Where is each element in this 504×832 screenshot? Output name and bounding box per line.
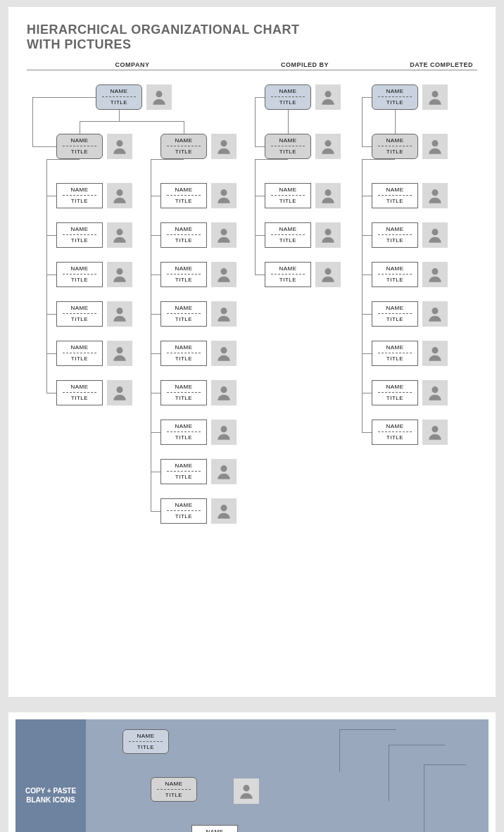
palette-body: NAMETITLENAMETITLENAMETITLE bbox=[86, 719, 489, 832]
svg-point-0 bbox=[156, 91, 162, 97]
connector-line bbox=[151, 393, 160, 393]
svg-point-22 bbox=[325, 268, 331, 275]
org-card: NAMETITLE bbox=[160, 183, 207, 208]
org-node: NAMETITLE bbox=[151, 777, 197, 802]
svg-point-23 bbox=[431, 91, 438, 97]
node-title: TITLE bbox=[161, 395, 206, 401]
svg-point-5 bbox=[116, 308, 122, 314]
node-title: TITLE bbox=[265, 237, 310, 244]
org-node: NAMETITLE bbox=[372, 183, 448, 208]
org-node: NAMETITLE bbox=[160, 459, 237, 484]
org-node: NAMETITLE bbox=[191, 825, 238, 832]
org-card: NAMETITLE bbox=[372, 183, 418, 208]
avatar-placeholder-icon bbox=[422, 222, 448, 248]
connector-line bbox=[151, 235, 160, 236]
avatar-placeholder-icon bbox=[234, 779, 259, 804]
connector-line bbox=[255, 235, 265, 236]
node-title: TITLE bbox=[161, 434, 206, 441]
org-card: NAMETITLE bbox=[56, 183, 103, 208]
svg-point-18 bbox=[325, 91, 331, 97]
connector-line bbox=[151, 511, 160, 512]
connector-line bbox=[255, 275, 265, 275]
node-title: TITLE bbox=[372, 149, 417, 155]
org-node: NAMETITLE bbox=[96, 84, 172, 110]
node-name: NAME bbox=[372, 423, 417, 429]
org-card: NAMETITLE bbox=[160, 222, 207, 248]
avatar-placeholder-icon bbox=[211, 301, 237, 327]
connector-line bbox=[46, 159, 47, 393]
org-node: NAMETITLE bbox=[56, 341, 132, 366]
avatar-placeholder-icon bbox=[422, 420, 448, 445]
header-company: COMPANY bbox=[27, 61, 238, 68]
avatar-placeholder-icon bbox=[422, 84, 448, 110]
node-name: NAME bbox=[161, 137, 206, 144]
org-card: NAMETITLE bbox=[56, 262, 103, 287]
connector-line bbox=[362, 235, 372, 236]
avatar-placeholder-icon bbox=[315, 134, 341, 159]
svg-point-27 bbox=[431, 268, 438, 275]
avatar-placeholder-icon bbox=[422, 183, 448, 208]
header-compiled-by: COMPILED BY bbox=[238, 61, 372, 68]
org-node: NAMETITLE bbox=[56, 134, 132, 159]
svg-point-9 bbox=[220, 189, 227, 196]
connector-line bbox=[46, 393, 56, 393]
avatar-placeholder-icon bbox=[422, 134, 448, 159]
connector-line bbox=[151, 432, 160, 433]
node-title: TITLE bbox=[372, 316, 417, 322]
connector-line bbox=[80, 121, 184, 122]
connector-line bbox=[255, 97, 256, 146]
svg-point-24 bbox=[431, 140, 438, 146]
connector-line bbox=[362, 146, 372, 147]
svg-point-11 bbox=[220, 268, 227, 275]
node-name: NAME bbox=[57, 187, 102, 193]
connector-line bbox=[362, 314, 372, 315]
avatar-placeholder-icon bbox=[211, 183, 237, 208]
connector-line bbox=[362, 97, 372, 98]
node-name: NAME bbox=[372, 265, 417, 272]
node-name: NAME bbox=[57, 226, 102, 232]
node-title: TITLE bbox=[161, 149, 206, 155]
node-title: TITLE bbox=[151, 792, 196, 798]
node-name: NAME bbox=[161, 344, 206, 351]
svg-point-12 bbox=[220, 308, 227, 314]
org-node: NAMETITLE bbox=[265, 262, 341, 287]
connector-line bbox=[362, 393, 372, 393]
org-chart-page: HIERARCHICAL ORGANIZATIONAL CHART WITH P… bbox=[8, 7, 496, 697]
node-name: NAME bbox=[372, 137, 417, 144]
copy-paste-line-2: BLANK ICONS bbox=[26, 796, 75, 804]
svg-point-10 bbox=[220, 229, 227, 235]
org-card: NAMETITLE bbox=[372, 301, 418, 327]
node-title: TITLE bbox=[372, 277, 417, 283]
connector-line bbox=[46, 196, 56, 196]
org-card: NAMETITLE bbox=[265, 84, 311, 110]
org-node: NAMETITLE bbox=[160, 183, 237, 208]
org-card: NAMETITLE bbox=[160, 134, 207, 159]
avatar-placeholder-icon bbox=[211, 222, 237, 248]
org-card: NAMETITLE bbox=[151, 777, 197, 802]
node-name: NAME bbox=[161, 384, 206, 390]
org-node: NAMETITLE bbox=[56, 262, 132, 287]
svg-point-3 bbox=[116, 229, 122, 235]
org-card: NAMETITLE bbox=[160, 420, 207, 445]
node-name: NAME bbox=[372, 344, 417, 351]
org-node: NAMETITLE bbox=[160, 341, 237, 366]
org-node: NAMETITLE bbox=[56, 301, 132, 327]
avatar-placeholder-icon bbox=[315, 222, 341, 248]
org-card: NAMETITLE bbox=[265, 262, 311, 287]
node-name: NAME bbox=[265, 226, 310, 232]
org-node: NAMETITLE bbox=[265, 134, 341, 159]
connector-line bbox=[255, 159, 288, 160]
node-title: TITLE bbox=[372, 237, 417, 244]
org-card: NAMETITLE bbox=[265, 183, 311, 208]
connector-line bbox=[46, 159, 80, 160]
avatar-placeholder-icon bbox=[107, 222, 132, 248]
org-card: NAMETITLE bbox=[56, 301, 103, 327]
avatar-placeholder-icon bbox=[107, 301, 132, 327]
org-node: NAMETITLE bbox=[56, 380, 132, 405]
org-node: NAMETITLE bbox=[160, 380, 237, 405]
org-node: NAMETITLE bbox=[265, 222, 341, 248]
connector-line bbox=[46, 235, 56, 236]
connector-line bbox=[395, 121, 396, 134]
avatar-placeholder-icon bbox=[315, 262, 341, 287]
avatar-placeholder-icon bbox=[107, 380, 132, 405]
